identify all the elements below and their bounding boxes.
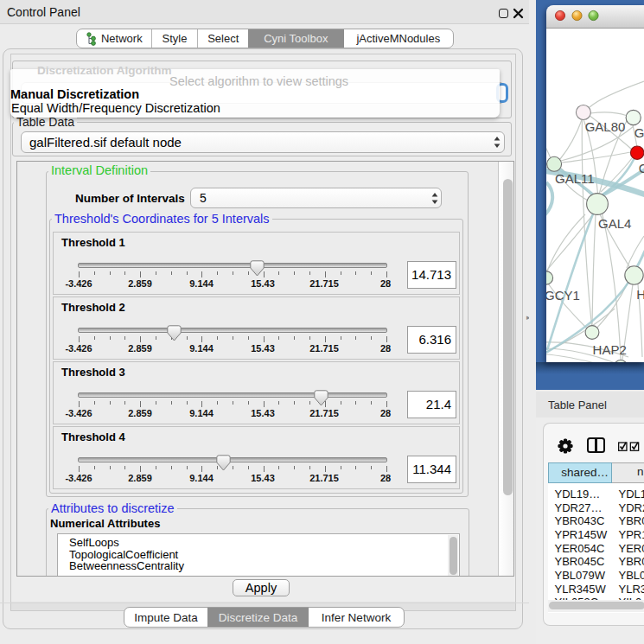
svg-text:GAL80: GAL80 — [585, 119, 626, 134]
svg-text:GA: GA — [634, 125, 644, 140]
svg-text:H: H — [636, 287, 644, 302]
svg-text:GAL4: GAL4 — [598, 216, 631, 231]
svg-text:HAP2: HAP2 — [593, 342, 627, 357]
svg-text:GCY1: GCY1 — [546, 288, 580, 303]
svg-text:C: C — [639, 161, 644, 175]
svg-text:GAL11: GAL11 — [555, 171, 595, 186]
